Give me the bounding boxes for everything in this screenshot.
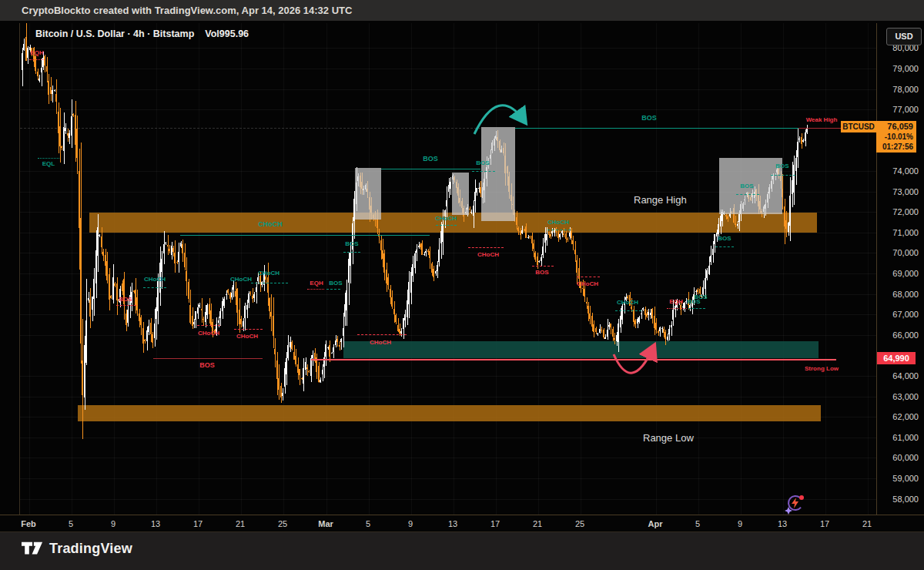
candle-body xyxy=(85,320,87,363)
order-block-2 xyxy=(452,173,469,215)
candle-body xyxy=(154,324,156,338)
candle-body xyxy=(140,317,142,324)
annotation-dash xyxy=(343,252,360,253)
annotation-label-bos: BOS xyxy=(718,235,731,242)
h-gridline xyxy=(20,335,877,336)
annotation-label-bos: BOS xyxy=(740,183,753,189)
annotation-dash xyxy=(326,289,340,290)
candle-body xyxy=(184,253,186,267)
price-axis-label: 71,000 xyxy=(880,228,919,237)
time-axis-label: 25 xyxy=(278,519,287,528)
candle-body xyxy=(282,393,283,396)
annotation-dash xyxy=(143,287,166,288)
symbol-header[interactable]: Bitcoin / U.S. Dollar · 4h · BitstampVol… xyxy=(35,28,249,39)
price-axis-label: 78,000 xyxy=(880,85,919,94)
tradingview-logo-icon[interactable] xyxy=(22,542,43,558)
candle-body xyxy=(336,339,338,342)
candle-body xyxy=(658,331,659,333)
price-axis-label: 61,000 xyxy=(880,433,919,442)
candle-body xyxy=(331,353,333,354)
h-gridline xyxy=(20,109,877,110)
volume-readout: Vol995.96 xyxy=(205,28,249,39)
v-gridline xyxy=(326,23,327,515)
candle-body xyxy=(393,309,395,314)
time-axis-label: Apr xyxy=(648,519,663,528)
candle-body xyxy=(340,339,342,342)
annotation-dash xyxy=(234,329,263,330)
candle-body xyxy=(655,323,657,330)
price-axis-label: 73,000 xyxy=(880,187,919,196)
candle-body xyxy=(136,297,138,310)
annotation-label-bos: BOS xyxy=(476,159,489,166)
zone-note: Range High xyxy=(634,194,687,206)
candle-body xyxy=(142,328,144,344)
candle-body xyxy=(442,224,444,242)
candle-body xyxy=(249,293,251,293)
candle-body xyxy=(267,277,269,293)
order-block-3 xyxy=(481,127,515,221)
v-gridline xyxy=(283,23,284,515)
candle-body xyxy=(276,360,278,379)
annotation-label-bos: BOS xyxy=(119,296,132,303)
candle-body xyxy=(76,129,78,158)
candle-body xyxy=(192,316,193,326)
annotation-dash xyxy=(472,171,495,172)
v-gridline xyxy=(72,23,72,515)
spark-bolt-icon[interactable] xyxy=(784,491,807,515)
structure-line xyxy=(381,169,480,169)
candle-body xyxy=(310,358,312,376)
annotation-label-choch: CHoCH xyxy=(230,276,252,283)
candle-body xyxy=(437,265,438,271)
currency-toggle-button[interactable]: USD xyxy=(886,28,922,45)
candle-body xyxy=(253,294,255,298)
price-axis[interactable]: 80,00079,00078,00077,00074,00073,00072,0… xyxy=(876,23,924,515)
candle-body xyxy=(805,132,806,141)
candle-body xyxy=(667,337,668,340)
chart-pane[interactable]: EQHEQLBOSCHoCHBOSCHoCHCHoCHCHoCHCHoCHCHo… xyxy=(19,23,877,515)
annotation-label-choch: CHoCH xyxy=(198,330,219,337)
v-gridline xyxy=(698,23,699,515)
candle-body xyxy=(41,68,42,72)
candle-body xyxy=(395,315,397,323)
candle-body xyxy=(638,317,640,322)
candle-body xyxy=(708,266,710,273)
time-axis-label: 9 xyxy=(738,519,742,528)
v-gridline xyxy=(783,23,784,515)
time-axis[interactable]: Feb5913172125Mar5913172125Apr59131721 xyxy=(0,515,924,532)
time-axis-label: 5 xyxy=(366,519,370,528)
candle-body xyxy=(578,268,580,279)
candle-body xyxy=(227,290,229,293)
order-block-1 xyxy=(355,168,381,220)
candle-body xyxy=(59,126,61,146)
candle-body xyxy=(274,349,276,354)
h-gridline xyxy=(20,253,877,253)
annotation-label-bos: BOS xyxy=(423,155,438,163)
candle-body xyxy=(604,337,606,339)
v-gridline xyxy=(868,23,869,515)
v-gridline xyxy=(454,23,454,515)
candle-body xyxy=(219,311,221,317)
price-axis-label: 79,000 xyxy=(880,64,919,73)
candle-body xyxy=(350,253,351,265)
v-gridline xyxy=(156,23,157,515)
v-gridline xyxy=(369,23,370,515)
footer-brand-name[interactable]: TradingView xyxy=(49,541,132,557)
annotation-label-eql: EQL xyxy=(42,160,55,167)
candle-body xyxy=(377,219,378,228)
candle-wick xyxy=(735,216,736,227)
candle-body xyxy=(574,250,576,254)
candle-body xyxy=(199,305,200,307)
candle-body xyxy=(201,309,203,310)
candle-body xyxy=(295,356,296,364)
candle-body xyxy=(320,380,321,382)
candle-body xyxy=(333,347,334,352)
v-gridline xyxy=(114,23,115,515)
annotation-dash xyxy=(307,289,324,290)
candle-body xyxy=(380,240,382,250)
structure-line xyxy=(311,359,836,360)
annotation-dash xyxy=(736,194,759,195)
candle-body xyxy=(303,368,304,384)
v-gridline xyxy=(581,23,581,515)
time-axis-label: 21 xyxy=(236,519,245,528)
candle-body xyxy=(435,271,437,273)
